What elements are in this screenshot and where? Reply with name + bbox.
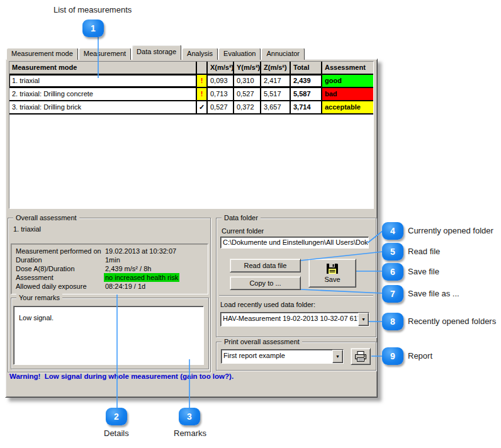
callout-label-read-file: Read file [408,247,440,256]
floppy-disk-icon [326,263,339,274]
data-folder-group: Data folder Current folder C:\Dokumente … [216,218,376,337]
cell-total: 3,714 [290,101,321,113]
callout-label-list-of-measurements: List of measurements [53,5,132,14]
remarks-group: Your remarks Low signal. [11,298,209,369]
callout-bubble-9: 9 [382,347,403,365]
health-risk-badge: no increased health risk [104,273,179,282]
header-total: Total [290,62,321,74]
separator [219,295,373,296]
tab-bar: Measurement mode Measurement Data storag… [6,45,305,60]
table-row[interactable]: 3. triaxial: Drilling brick ✓ 0,527 0,37… [9,101,373,115]
cell-x: 0,093 [206,75,233,87]
cell-mode: 3. triaxial: Drilling brick [9,101,196,113]
overall-assessment-title: Overall assessment [13,214,79,221]
cell-x: 0,527 [206,101,233,113]
table-row[interactable]: 1. triaxial ! 0,093 0,310 2,417 2,439 go… [9,75,373,88]
annotated-screenshot: List of measurements 1 2 Details 3 Remar… [0,0,501,448]
remarks-title: Your remarks [16,294,62,301]
detail-value: 19.02.2013 at 10:32:07 [104,247,177,255]
print-group-title: Print overall assessment [222,338,302,345]
remarks-textarea[interactable]: Low signal. [13,306,204,365]
save-button[interactable]: Save [308,259,356,288]
recent-folder-dropdown[interactable]: HAV-Measurement 19-02-2013 10-32-07 617 … [220,312,369,327]
detail-value: 2,439 m/s² / 8h [104,264,152,273]
application-window: Measurement mode Measurement Data storag… [5,45,378,398]
save-button-label: Save [324,276,340,283]
tab-analysis[interactable]: Analysis [182,48,218,60]
cell-total: 5,587 [290,88,321,100]
current-folder-field[interactable]: C:\Dokumente und Einstellungen\All Users… [220,237,369,249]
header-z: Z(m/s²) [260,62,290,74]
recent-folder-value: HAV-Measurement 19-02-2013 10-32-07 617 [221,313,358,326]
header-y: Y(m/s²) [233,62,260,74]
tab-evaluation[interactable]: Evaluation [218,48,261,60]
copy-to-button[interactable]: Copy to ... [230,276,301,290]
detail-label: Duration [16,255,104,264]
chevron-down-icon[interactable]: ▼ [332,350,343,363]
detail-label: Measurement performed on [16,247,104,255]
callout-label-save-file-as: Save file as ... [408,289,459,298]
detail-label: Allowed daily exposure [16,282,104,291]
cell-y: 0,310 [233,75,260,87]
cell-z: 3,657 [260,101,290,113]
read-data-file-button[interactable]: Read data file [230,259,301,272]
cell-y: 0,527 [233,88,260,100]
table-header-row: Measurement mode X(m/s²) Y(m/s²) Z(m/s²)… [9,62,373,75]
header-measurement-mode: Measurement mode [9,62,196,74]
measurement-table: Measurement mode X(m/s²) Y(m/s²) Z(m/s²)… [9,61,374,209]
tab-measurement[interactable]: Measurement [79,48,131,60]
detail-label: Assessment [16,273,104,282]
cell-mode: 1. triaxial [9,75,196,87]
tab-measurement-mode[interactable]: Measurement mode [6,48,78,60]
cell-x: 0,713 [206,88,233,100]
cell-mode: 2. triaxial: Drilling concrete [9,88,196,100]
callout-label-details: Details [104,428,129,438]
data-storage-page: Measurement mode X(m/s²) Y(m/s²) Z(m/s²)… [5,59,378,398]
check-flag-icon: ✓ [196,101,206,113]
assessment-badge: bad [321,88,373,100]
callout-label-recently-opened-folders: Recently opened folders [408,316,496,326]
cell-total: 2,439 [290,75,321,87]
header-assessment: Assessment [321,62,373,74]
callout-bubble-6: 6 [382,263,403,281]
data-folder-title: Data folder [222,214,261,221]
printer-icon [354,351,367,362]
warning-flag-icon: ! [196,75,206,87]
callout-label-currently-opened-folder: Currently opened folder [408,226,493,235]
report-dropdown[interactable]: First report example ▼ [221,349,344,364]
cell-z: 2,417 [260,75,290,87]
cell-z: 5,517 [260,88,290,100]
detail-label: Dose A(8)/Duration [16,264,104,273]
detail-value: 08:24:19 / 1d [104,282,147,291]
callout-bubble-2: 2 [106,408,127,425]
header-x: X(m/s²) [206,62,233,74]
callout-label-report: Report [408,351,432,361]
recent-folder-label: Load recently used data folder: [220,301,315,308]
print-assessment-group: Print overall assessment First report ex… [216,342,376,371]
callout-label-save-file: Save file [408,267,439,276]
selected-measurement-name: 1. triaxial [13,225,41,233]
assessment-badge: acceptable [321,101,373,113]
current-folder-label: Current folder [222,227,264,235]
overall-assessment-group: Overall assessment 1. triaxial Measureme… [8,218,211,372]
warning-message: Warning! Low signal during whole measure… [9,372,234,380]
callout-bubble-4: 4 [382,222,403,240]
table-row[interactable]: 2. triaxial: Drilling concrete ! 0,713 0… [9,88,373,101]
warning-flag-icon: ! [196,88,206,100]
header-flag [196,62,206,74]
print-button[interactable] [351,348,371,365]
tab-data-storage[interactable]: Data storage [132,45,181,60]
callout-label-remarks: Remarks [174,428,206,438]
report-dropdown-value: First report example [222,350,332,363]
assessment-badge: good [321,75,373,87]
callout-bubble-7: 7 [382,285,403,303]
callout-bubble-5: 5 [382,243,403,260]
chevron-down-icon[interactable]: ▼ [358,313,369,326]
tab-annuciator[interactable]: Annuciator [261,48,305,60]
callout-bubble-8: 8 [382,313,403,330]
callout-bubble-3: 3 [179,408,200,425]
assessment-details-panel: Measurement performed on19.02.2013 at 10… [11,244,208,294]
detail-value: 1min [104,255,121,264]
callout-bubble-1: 1 [82,20,104,37]
cell-y: 0,372 [233,101,260,113]
